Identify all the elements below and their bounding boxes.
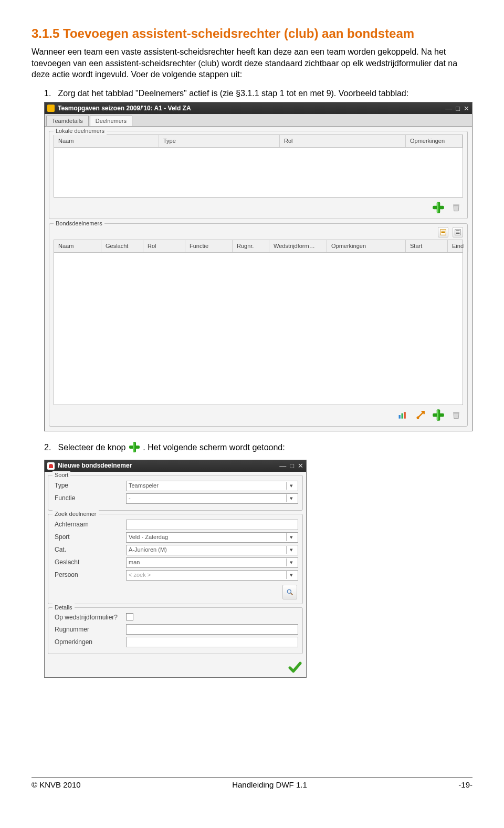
col-opmerkingen[interactable]: Opmerkingen <box>406 135 463 147</box>
group-legend: Soort <box>52 471 70 479</box>
chevron-down-icon: ▾ <box>286 494 296 502</box>
chevron-down-icon: ▾ <box>286 546 296 554</box>
opwed-label: Op wedstrijdformulier? <box>52 613 126 622</box>
svg-rect-8 <box>456 231 460 231</box>
col-functie[interactable]: Functie <box>185 240 233 252</box>
add-bonds-button[interactable] <box>432 408 445 422</box>
toolbar-btn-1[interactable] <box>438 227 448 237</box>
footer-right: -19- <box>458 780 472 789</box>
transfer-button[interactable] <box>414 408 427 422</box>
col-naam[interactable]: Naam <box>54 135 159 147</box>
group-legend: Details <box>52 604 75 612</box>
step-2-text-b: . Het volgende scherm wordt getoond: <box>143 443 285 452</box>
close-icon[interactable]: ✕ <box>298 461 303 471</box>
col-opmerkingen[interactable]: Opmerkingen <box>327 240 406 252</box>
lokale-deelnemers-group: Lokale deelnemers Naam Type Rol Opmerkin… <box>49 131 468 219</box>
geslacht-combobox[interactable]: man ▾ <box>126 557 298 568</box>
col-start[interactable]: Start <box>406 240 448 252</box>
persoon-label: Persoon <box>52 571 126 579</box>
rugnummer-label: Rugnummer <box>52 625 126 634</box>
opmerkingen-label: Opmerkingen <box>52 638 126 646</box>
cat-combobox[interactable]: A-Junioren (M) ▾ <box>126 545 298 555</box>
teamopgaven-window: Teamopgaven seizoen 2009/'10: A1 - Veld … <box>44 102 472 431</box>
page-footer: © KNVB 2010 Handleiding DWF 1.1 -19- <box>32 778 472 789</box>
geslacht-label: Geslacht <box>52 558 126 566</box>
maximize-icon[interactable]: □ <box>290 461 294 471</box>
lokale-grid-body <box>54 148 463 198</box>
type-value: Teamspeler <box>129 482 159 490</box>
type-combobox[interactable]: Teamspeler ▾ <box>126 481 298 491</box>
functie-combobox[interactable]: - ▾ <box>126 493 298 504</box>
bonds-col-header: Naam Geslacht Rol Functie Rugnr. Wedstri… <box>54 240 463 253</box>
svg-rect-2 <box>437 202 438 213</box>
search-button[interactable] <box>282 585 297 599</box>
svg-point-22 <box>287 589 291 593</box>
svg-rect-21 <box>133 442 134 452</box>
plus-icon <box>432 408 445 422</box>
window-title: Nieuwe bondsdeelnemer <box>58 461 279 470</box>
cat-label: Cat. <box>52 545 126 554</box>
svg-rect-3 <box>453 204 459 206</box>
window-titlebar: Nieuwe bondsdeelnemer — □ ✕ <box>45 460 306 472</box>
lokale-col-header: Naam Type Rol Opmerkingen <box>54 134 463 148</box>
opwed-checkbox[interactable] <box>126 613 133 620</box>
sport-combobox[interactable]: Veld - Zaterdag ▾ <box>126 532 298 543</box>
rugnummer-input[interactable] <box>126 624 298 635</box>
persoon-value: < zoek > <box>129 571 151 579</box>
trash-icon <box>451 410 461 420</box>
check-icon <box>288 660 302 674</box>
chart-icon <box>397 410 408 420</box>
chevron-down-icon: ▾ <box>286 533 296 541</box>
achternaam-input[interactable] <box>126 520 298 530</box>
soort-group: Soort Type Teamspeler ▾ Functie - ▾ <box>48 475 303 511</box>
geslacht-value: man <box>129 558 140 566</box>
col-type[interactable]: Type <box>159 135 280 147</box>
functie-label: Functie <box>52 494 126 502</box>
chevron-down-icon: ▾ <box>286 482 296 490</box>
step-2: 2. Selecteer de knop . Het volgende sche… <box>44 441 472 678</box>
maximize-icon[interactable]: □ <box>456 104 460 113</box>
toolbar-btn-2[interactable] <box>453 227 463 237</box>
zoek-deelnemer-group: Zoek deelnemer Achternaam Sport Veld - Z… <box>48 514 303 604</box>
step-number: 2. <box>44 442 56 453</box>
add-lokale-button[interactable] <box>432 201 445 214</box>
footer-left: © KNVB 2010 <box>32 780 81 789</box>
col-rugnr[interactable]: Rugnr. <box>233 240 269 252</box>
svg-rect-18 <box>453 412 459 413</box>
svg-point-14 <box>417 416 419 419</box>
col-rol[interactable]: Rol <box>143 240 185 252</box>
svg-rect-6 <box>442 232 445 233</box>
bondsdeelnemers-group: Bondsdeelnemers Naam Geslacht Rol Fun <box>49 223 468 427</box>
java-icon <box>47 462 55 470</box>
minimize-icon[interactable]: — <box>279 461 286 471</box>
chevron-down-icon: ▾ <box>286 558 296 566</box>
chart-button[interactable] <box>396 408 410 422</box>
minimize-icon[interactable]: — <box>445 104 452 113</box>
col-geslacht[interactable]: Geslacht <box>101 240 143 252</box>
svg-line-23 <box>291 593 293 595</box>
delete-bonds-button[interactable] <box>449 408 463 422</box>
close-icon[interactable]: ✕ <box>464 104 469 113</box>
tab-teamdetails[interactable]: Teamdetails <box>46 116 89 126</box>
opmerkingen-input[interactable] <box>126 637 298 647</box>
svg-rect-11 <box>399 415 401 419</box>
form-icon <box>439 229 447 236</box>
tab-deelnemers[interactable]: Deelnemers <box>90 116 132 126</box>
trash-icon <box>451 202 461 213</box>
col-naam[interactable]: Naam <box>54 240 101 252</box>
col-wedstrijdform[interactable]: Wedstrijdform… <box>269 240 327 252</box>
plus-icon <box>432 201 445 214</box>
svg-rect-17 <box>437 410 438 420</box>
confirm-button[interactable] <box>288 660 302 674</box>
delete-lokale-button[interactable] <box>449 201 463 214</box>
svg-rect-12 <box>402 413 403 419</box>
col-rol[interactable]: Rol <box>280 135 406 147</box>
search-icon <box>286 588 293 596</box>
section-heading: 3.1.5 Toevoegen assistent-scheidsrechter… <box>32 26 472 41</box>
col-eind[interactable]: Eind <box>448 240 468 252</box>
persoon-combobox[interactable]: < zoek > ▾ <box>126 570 298 581</box>
step-1: 1. Zorg dat het tabblad "Deelnemers" act… <box>44 88 472 431</box>
transfer-icon <box>415 410 426 420</box>
svg-rect-9 <box>456 232 460 232</box>
footer-center: Handleiding DWF 1.1 <box>232 780 307 789</box>
